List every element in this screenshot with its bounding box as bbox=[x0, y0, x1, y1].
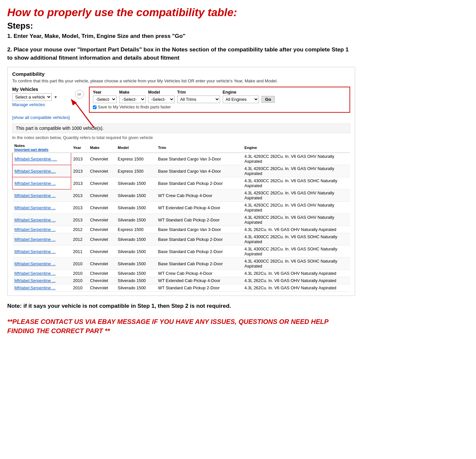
table-row: Mfrlabel:Serpentine .... 2013 Chevrolet … bbox=[13, 153, 350, 165]
engine-cell: 4.3L 262Cu. In. V6 GAS OHV Naturally Asp… bbox=[242, 277, 350, 284]
notes-cell: Mfrlabel:Serpentine ... bbox=[13, 202, 71, 214]
notes-cell: Mfrlabel:Serpentine.... bbox=[13, 165, 71, 177]
or-circle: or bbox=[75, 90, 84, 99]
trim-cell: Base Standard Cab Pickup 2-Door bbox=[156, 245, 242, 258]
year-cell: 2013 bbox=[71, 153, 88, 165]
engine-cell: 4.3L 4300CC 262Cu. In. V6 GAS SOHC Natur… bbox=[242, 233, 350, 245]
notes-cell: Mfrlabel:Serpentine ... bbox=[13, 233, 71, 245]
save-text: Save to My Vehicles to finds parts faste… bbox=[98, 105, 171, 109]
important-part-details-label: Important part details bbox=[14, 148, 49, 152]
trim-cell: Base Standard Cab Pickup 2-Door bbox=[156, 258, 242, 270]
model-label: Model bbox=[148, 90, 175, 95]
compat-info-bar: This part is compatible with 1000 vehicl… bbox=[12, 124, 350, 133]
trim-cell: WT Extended Cab Pickup 4-Door bbox=[156, 202, 242, 214]
trim-header: Trim bbox=[156, 143, 242, 153]
engine-cell: 4.3L 4293CC 262Cu. In. V6 GAS OHV Natura… bbox=[242, 165, 350, 177]
my-vehicles-section: My Vehicles Select a vehicle ▼ Manage ve… bbox=[12, 87, 70, 120]
model-cell: Express 1500 bbox=[116, 226, 156, 233]
model-cell: Silverado 1500 bbox=[116, 214, 156, 226]
steps-heading: Steps: bbox=[7, 21, 355, 31]
table-row: Mfrlabel:Serpentine ... 2010 Chevrolet S… bbox=[13, 284, 350, 292]
note-text: Note: if it says your vehicle is not com… bbox=[7, 302, 355, 310]
year-select[interactable]: -Select- bbox=[93, 96, 117, 103]
trim-cell: WT Crew Cab Pickup 4-Door bbox=[156, 270, 242, 277]
table-header-row: Notes Important part details Year Make M… bbox=[13, 143, 350, 153]
year-cell: 2012 bbox=[71, 226, 88, 233]
year-cell: 2011 bbox=[71, 245, 88, 258]
year-cell: 2013 bbox=[71, 165, 88, 177]
contact-text: **PLEASE CONTACT US VIA EBAY MESSAGE IF … bbox=[7, 317, 355, 335]
model-cell: Silverado 1500 bbox=[116, 284, 156, 292]
make-cell: Chevrolet bbox=[88, 284, 116, 292]
dropdown-arrow-icon: ▼ bbox=[54, 95, 58, 100]
save-row: Save to My Vehicles to finds parts faste… bbox=[93, 105, 346, 109]
model-cell: Silverado 1500 bbox=[116, 177, 156, 189]
vehicle-select-row: Select a vehicle ▼ bbox=[12, 93, 70, 101]
engine-cell: 4.3L 262Cu. In. V6 GAS OHV Naturally Asp… bbox=[242, 284, 350, 292]
model-select[interactable]: -Select- bbox=[148, 96, 175, 103]
make-cell: Chevrolet bbox=[88, 277, 116, 284]
show-all-compat-link[interactable]: [show all compatible vehicles] bbox=[12, 115, 70, 120]
go-button[interactable]: Go bbox=[262, 96, 275, 103]
compat-table: Notes Important part details Year Make M… bbox=[12, 143, 350, 292]
make-header: Make bbox=[88, 143, 116, 153]
make-cell: Chevrolet bbox=[88, 153, 116, 165]
trim-cell: Base Standard Cargo Van 3-Door bbox=[156, 226, 242, 233]
engine-cell: 4.3L 262Cu. In. V6 GAS OHV Naturally Asp… bbox=[242, 226, 350, 233]
table-row: Mfrlabel:Serpentine.... 2013 Chevrolet E… bbox=[13, 165, 350, 177]
compat-section: Compatibility To confirm that this part … bbox=[7, 67, 355, 296]
year-cell: 2013 bbox=[71, 202, 88, 214]
table-row: Mfrlabel:Serpentine ... 2013 Chevrolet S… bbox=[13, 177, 350, 189]
year-cell: 2010 bbox=[71, 270, 88, 277]
model-cell: Silverado 1500 bbox=[116, 277, 156, 284]
trim-cell: WT Crew Cab Pickup 4-Door bbox=[156, 189, 242, 202]
model-cell: Express 1500 bbox=[116, 165, 156, 177]
table-row: Mfrlabel:Serpentine ... 2011 Chevrolet S… bbox=[13, 245, 350, 258]
notes-cell: Mfrlabel:Serpentine ... bbox=[13, 277, 71, 284]
vehicle-select[interactable]: Select a vehicle bbox=[12, 93, 52, 101]
make-cell: Chevrolet bbox=[88, 245, 116, 258]
table-row: Mfrlabel:Serpentine ... 2010 Chevrolet S… bbox=[13, 277, 350, 284]
step2-text: 2. Place your mouse over "Important Part… bbox=[7, 45, 355, 63]
table-row: Mfrlabel:Serpentine ... 2012 Chevrolet S… bbox=[13, 233, 350, 245]
table-row: Mfrlabel:Serpentine ... 2010 Chevrolet S… bbox=[13, 258, 350, 270]
make-cell: Chevrolet bbox=[88, 177, 116, 189]
year-cell: 2010 bbox=[71, 284, 88, 292]
notes-cell: Mfrlabel:Serpentine ... bbox=[13, 214, 71, 226]
notes-cell: Mfrlabel:Serpentine ... bbox=[13, 177, 71, 189]
year-cell: 2010 bbox=[71, 258, 88, 270]
compat-top-row: My Vehicles Select a vehicle ▼ Manage ve… bbox=[12, 87, 350, 120]
notes-cell: Mfrlabel:Serpentine ... bbox=[13, 189, 71, 202]
year-cell: 2010 bbox=[71, 277, 88, 284]
year-make-labels: Year Make Model Trim Engine bbox=[93, 90, 346, 95]
trim-select[interactable]: All Trims bbox=[177, 96, 220, 103]
model-cell: Silverado 1500 bbox=[116, 202, 156, 214]
year-cell: 2013 bbox=[71, 189, 88, 202]
engine-cell: 4.3L 262Cu. In. V6 GAS OHV Naturally Asp… bbox=[242, 270, 350, 277]
table-row: Mfrlabel:Serpentine ... 2010 Chevrolet S… bbox=[13, 270, 350, 277]
year-label: Year bbox=[93, 90, 117, 95]
table-row: Mfrlabel:Serpentine ... 2013 Chevrolet S… bbox=[13, 214, 350, 226]
make-select[interactable]: -Select- bbox=[119, 96, 146, 103]
main-title: How to properly use the compatibility ta… bbox=[7, 6, 355, 19]
trim-cell: WT Extended Cab Pickup 4-Door bbox=[156, 277, 242, 284]
model-cell: Silverado 1500 bbox=[116, 233, 156, 245]
make-cell: Chevrolet bbox=[88, 258, 116, 270]
year-cell: 2012 bbox=[71, 233, 88, 245]
year-header: Year bbox=[71, 143, 88, 153]
save-checkbox[interactable] bbox=[93, 105, 97, 109]
year-make-inputs: -Select- -Select- -Select- All Trims All… bbox=[93, 96, 346, 103]
table-row: Mfrlabel:Serpentine ... 2013 Chevrolet S… bbox=[13, 189, 350, 202]
trim-cell: WT Standard Cab Pickup 2-Door bbox=[156, 284, 242, 292]
notes-cell: Mfrlabel:Serpentine ... bbox=[13, 270, 71, 277]
engine-cell: 4.3L 4293CC 262Cu. In. V6 GAS OHV Natura… bbox=[242, 189, 350, 202]
manage-vehicles-link[interactable]: Manage vehicles bbox=[12, 102, 70, 107]
engine-select[interactable]: All Engines bbox=[223, 96, 259, 103]
notes-cell: Mfrlabel:Serpentine ... bbox=[13, 258, 71, 270]
make-cell: Chevrolet bbox=[88, 270, 116, 277]
compat-notes-bar: In the notes section below, Quantity ref… bbox=[12, 134, 350, 141]
make-cell: Chevrolet bbox=[88, 202, 116, 214]
engine-cell: 4.3L 4300CC 262Cu. In. V6 GAS SOHC Natur… bbox=[242, 177, 350, 189]
compat-subtitle: To confirm that this part fits your vehi… bbox=[12, 78, 350, 83]
engine-cell: 4.3L 4293CC 262Cu. In. V6 GAS OHV Natura… bbox=[242, 153, 350, 165]
